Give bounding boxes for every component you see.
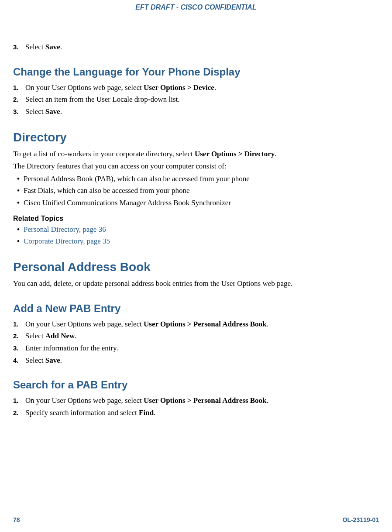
list-item: 3. Select Save. (13, 42, 379, 53)
bold-text: User Options > Directory (195, 150, 275, 158)
step-number: 1. (13, 396, 23, 405)
related-link[interactable]: Personal Directory, page 36 (24, 224, 379, 235)
step-number: 3. (13, 107, 23, 117)
bullet-icon: • (13, 174, 24, 185)
step-number: 4. (13, 356, 23, 365)
list-item: •Fast Dials, which can also be accessed … (13, 185, 379, 196)
related-link[interactable]: Corporate Directory, page 35 (24, 236, 379, 247)
bold-text: User Options > Personal Address Book (144, 320, 267, 328)
step-text: Enter information for the entry. (23, 343, 379, 354)
list-item: 1. On your User Options web page, select… (13, 395, 379, 406)
related-topics-heading: Related Topics (13, 215, 379, 223)
bullet-text: Cisco Unified Communications Manager Add… (24, 198, 379, 209)
step-number: 1. (13, 83, 23, 93)
step-number: 2. (13, 331, 23, 341)
bullet-text: Fast Dials, which can also be accessed f… (24, 185, 379, 196)
text: Select (25, 356, 45, 364)
bold-text: Save (45, 43, 60, 51)
step-number: 2. (13, 408, 23, 418)
step-text: Specify search information and select Fi… (23, 408, 379, 419)
list-item: 3. Enter information for the entry. (13, 343, 379, 354)
list-item: 2. Select Add New. (13, 331, 379, 342)
heading-change-language: Change the Language for Your Phone Displ… (13, 66, 379, 78)
list-item: 4. Select Save. (13, 355, 379, 366)
text: Select an item from the User Locale drop… (25, 95, 180, 103)
list-item: 2. Select an item from the User Locale d… (13, 94, 379, 105)
list-item: •Cisco Unified Communications Manager Ad… (13, 198, 379, 209)
heading-pab: Personal Address Book (13, 260, 379, 274)
text: On your User Options web page, select (25, 320, 144, 328)
doc-id: OL-23119-01 (343, 516, 379, 523)
bold-text: Add New (45, 332, 75, 340)
text: . (154, 408, 155, 417)
heading-search-pab: Search for a PAB Entry (13, 379, 379, 391)
list-item: 2. Specify search information and select… (13, 408, 379, 419)
draft-header: EFT DRAFT - CISCO CONFIDENTIAL (13, 3, 379, 11)
step-number: 2. (13, 95, 23, 104)
list-item: 1. On your User Options web page, select… (13, 319, 379, 330)
step-text: On your User Options web page, select Us… (23, 395, 379, 406)
step-text: Select an item from the User Locale drop… (23, 94, 379, 105)
bullet-icon: • (13, 224, 24, 235)
paragraph: You can add, delete, or update personal … (13, 278, 379, 289)
list-item: 3. Select Save. (13, 106, 379, 117)
page-footer: 78 OL-23119-01 (13, 516, 379, 523)
text: . (60, 43, 62, 51)
text: . (275, 150, 276, 158)
text: On your User Options web page, select (25, 396, 144, 405)
text: Specify search information and select (25, 408, 139, 417)
bullet-icon: • (13, 185, 24, 196)
step-text: Select Save. (23, 355, 379, 366)
bold-text: User Options > Personal Address Book (144, 396, 267, 405)
text: To get a list of co-workers in your corp… (13, 150, 195, 158)
text: . (267, 320, 268, 328)
step-list-top: 3. Select Save. (13, 42, 379, 53)
text: On your User Options web page, select (25, 83, 144, 92)
text: Enter information for the entry. (25, 344, 118, 352)
heading-add-pab: Add a New PAB Entry (13, 302, 379, 315)
list-item: •Personal Directory, page 36 (13, 224, 379, 235)
text: . (214, 83, 216, 92)
step-text: Select Save. (23, 42, 379, 53)
text: . (60, 356, 62, 364)
list-item: 1. On your User Options web page, select… (13, 82, 379, 93)
step-text: Select Add New. (23, 331, 379, 342)
step-number: 1. (13, 319, 23, 329)
paragraph: To get a list of co-workers in your corp… (13, 149, 379, 160)
change-language-steps: 1. On your User Options web page, select… (13, 82, 379, 117)
page-content: EFT DRAFT - CISCO CONFIDENTIAL 3. Select… (0, 0, 392, 419)
paragraph: The Directory features that you can acce… (13, 161, 379, 172)
bold-text: Find (139, 408, 154, 417)
text: . (267, 396, 268, 405)
bold-text: Save (45, 107, 60, 116)
step-text: On your User Options web page, select Us… (23, 319, 379, 330)
list-item: •Personal Address Book (PAB), which can … (13, 174, 379, 185)
text: . (60, 107, 62, 116)
step-text: On your User Options web page, select Us… (23, 82, 379, 93)
list-item: •Corporate Directory, page 35 (13, 236, 379, 247)
page-number: 78 (13, 516, 20, 523)
heading-directory: Directory (13, 130, 379, 144)
step-number: 3. (13, 42, 23, 52)
bold-text: User Options > Device (144, 83, 214, 92)
text: Select (25, 107, 45, 116)
text: Select (25, 43, 45, 51)
related-topics-list: •Personal Directory, page 36 •Corporate … (13, 224, 379, 247)
add-pab-steps: 1. On your User Options web page, select… (13, 319, 379, 366)
bullet-icon: • (13, 198, 24, 209)
bullet-text: Personal Address Book (PAB), which can a… (24, 174, 379, 185)
search-pab-steps: 1. On your User Options web page, select… (13, 395, 379, 418)
text: . (75, 332, 76, 340)
text: Select (25, 332, 45, 340)
directory-bullets: •Personal Address Book (PAB), which can … (13, 174, 379, 209)
bold-text: Save (45, 356, 60, 364)
step-text: Select Save. (23, 106, 379, 117)
bullet-icon: • (13, 236, 24, 247)
step-number: 3. (13, 343, 23, 353)
